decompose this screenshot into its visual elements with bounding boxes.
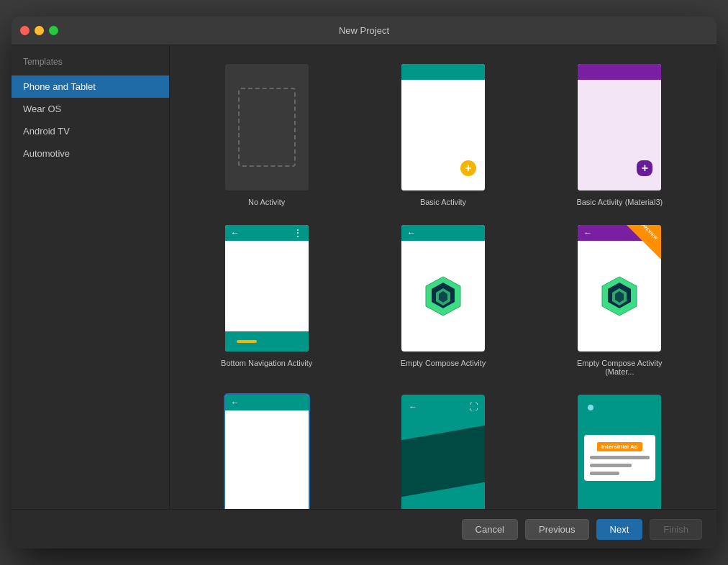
basic-activity-m3-graphic: + xyxy=(578,64,661,190)
interstitial-line-3 xyxy=(590,472,619,475)
templates-grid: No Activity + Basic Activity xyxy=(170,45,716,509)
empty-compose-graphic: ← xyxy=(401,225,485,352)
finish-button: Finish xyxy=(650,519,702,540)
bottom-nav-graphic: ← ⋮ xyxy=(225,225,309,352)
template-basic-activity-m3[interactable]: + Basic Activity (Material3) xyxy=(537,60,702,209)
next-button[interactable]: Next xyxy=(596,519,643,540)
titlebar: New Project xyxy=(12,17,716,45)
template-preview-fullscreen: ← ⛶ xyxy=(400,393,486,509)
bottom-navigation-bar xyxy=(225,331,309,352)
empty-appbar: ← xyxy=(225,395,309,410)
fullscreen-overlay xyxy=(401,426,485,497)
sidebar-item-automotive[interactable]: Automotive xyxy=(12,142,169,165)
template-basic-activity[interactable]: + Basic Activity xyxy=(360,60,525,209)
fullscreen-back-icon: ← xyxy=(409,402,417,412)
template-preview-admob: Interstitial Ad xyxy=(576,393,663,509)
fullscreen-expand-icon: ⛶ xyxy=(469,402,478,412)
template-label-basic-activity-m3: Basic Activity (Material3) xyxy=(576,198,663,206)
sidebar-item-android-tv[interactable]: Android TV xyxy=(12,120,169,142)
template-preview-empty-activity: ← xyxy=(224,393,310,509)
template-preview-empty-compose: ← xyxy=(400,224,486,353)
fab-m3-button: + xyxy=(637,160,652,176)
compose-body xyxy=(401,241,485,352)
empty-activity-graphic: ← xyxy=(225,395,309,509)
preview-badge-triangle xyxy=(627,225,661,259)
template-preview-basic-activity-m3: + xyxy=(576,63,663,192)
empty-compose-m3-graphic: ← xyxy=(578,225,661,352)
empty-activity-body xyxy=(225,410,309,509)
close-button[interactable] xyxy=(20,26,29,35)
bottom-nav-indicator xyxy=(237,340,257,343)
app-window: New Project Templates Phone and Tablet W… xyxy=(12,17,716,548)
interstitial-line-2 xyxy=(590,464,632,467)
interstitial-badge: Interstitial Ad xyxy=(597,442,642,451)
bottom-nav-body xyxy=(225,241,309,334)
sidebar-section-title: Templates xyxy=(12,57,169,75)
admob-dot xyxy=(588,405,593,410)
compose-m3-hex-icon xyxy=(601,275,638,317)
fullscreen-graphic: ← ⛶ xyxy=(401,395,485,509)
sidebar: Templates Phone and Tablet Wear OS Andro… xyxy=(12,45,170,509)
sidebar-item-wear-os[interactable]: Wear OS xyxy=(12,98,169,120)
fab-button: + xyxy=(460,160,476,176)
template-label-empty-compose: Empty Compose Activity xyxy=(401,359,486,367)
previous-button[interactable]: Previous xyxy=(525,519,589,540)
template-preview-bottom-nav: ← ⋮ xyxy=(224,224,310,353)
window-title: New Project xyxy=(339,25,389,36)
interstitial-card: Interstitial Ad xyxy=(584,435,655,481)
compose-appbar: ← xyxy=(401,225,485,241)
cancel-button[interactable]: Cancel xyxy=(462,519,518,540)
template-empty-compose[interactable]: ← Empty Com xyxy=(360,221,525,379)
compose-back-icon: ← xyxy=(407,228,416,238)
empty-back-icon: ← xyxy=(231,398,240,408)
template-admob[interactable]: Interstitial Ad Google AdMob Ads Activit… xyxy=(537,390,702,509)
template-bottom-nav[interactable]: ← ⋮ Bottom Navigation Activity xyxy=(184,221,349,379)
traffic-lights xyxy=(20,26,58,35)
compose-m3-back-icon: ← xyxy=(583,228,592,238)
content-area: Templates Phone and Tablet Wear OS Andro… xyxy=(12,45,716,509)
main-content: No Activity + Basic Activity xyxy=(170,45,716,509)
template-preview-no-activity xyxy=(224,63,310,192)
dialog-footer: Cancel Previous Next Finish xyxy=(12,509,716,548)
minimize-button[interactable] xyxy=(35,26,44,35)
admob-graphic: Interstitial Ad xyxy=(578,395,661,509)
template-preview-basic-activity: + xyxy=(400,63,486,192)
template-no-activity[interactable]: No Activity xyxy=(184,60,349,209)
back-arrow-icon: ← xyxy=(231,228,240,238)
m3-toolbar xyxy=(578,64,661,80)
overflow-icon: ⋮ xyxy=(293,227,303,239)
template-label-bottom-nav: Bottom Navigation Activity xyxy=(221,359,312,367)
template-label-empty-compose-m3: Empty Compose Activity (Mater... xyxy=(573,359,666,376)
template-label-basic-activity: Basic Activity xyxy=(420,198,466,206)
template-preview-empty-compose-m3: ← xyxy=(576,224,663,353)
template-empty-activity[interactable]: ← Empty Activity xyxy=(184,390,349,509)
template-fullscreen[interactable]: ← ⛶ Fullscreen Activity xyxy=(360,390,525,509)
basic-activity-toolbar xyxy=(401,64,485,80)
template-label-no-activity: No Activity xyxy=(248,198,285,206)
basic-activity-graphic: + xyxy=(401,64,485,190)
bottom-nav-appbar: ← ⋮ xyxy=(225,225,309,241)
compose-hex-icon xyxy=(424,275,462,317)
maximize-button[interactable] xyxy=(49,26,58,35)
sidebar-item-phone-tablet[interactable]: Phone and Tablet xyxy=(12,75,169,98)
dashed-rectangle xyxy=(238,88,296,167)
interstitial-line-1 xyxy=(590,456,650,459)
template-empty-compose-m3[interactable]: ← xyxy=(537,221,702,379)
no-activity-graphic xyxy=(225,64,309,190)
